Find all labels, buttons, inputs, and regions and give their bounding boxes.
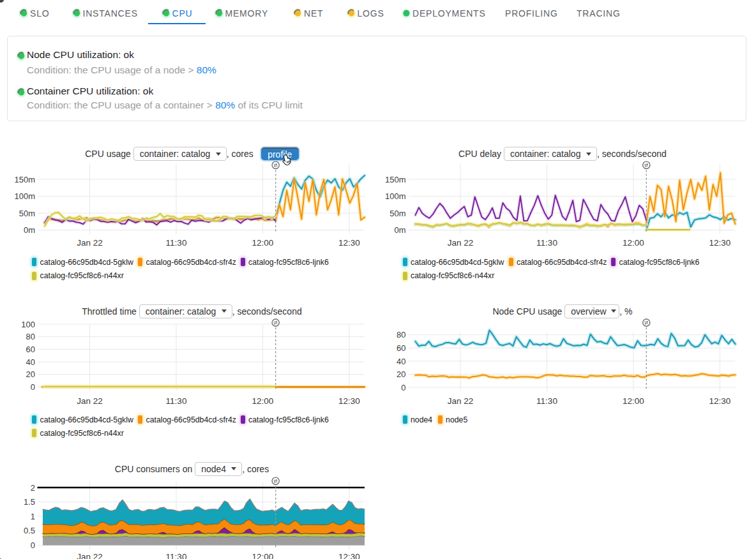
svg-text:60: 60 bbox=[26, 345, 35, 354]
svg-text:12:00: 12:00 bbox=[252, 396, 274, 406]
svg-text:150m: 150m bbox=[385, 175, 406, 184]
svg-text:12:00: 12:00 bbox=[623, 396, 644, 406]
svg-text:40: 40 bbox=[26, 357, 35, 367]
svg-text:0: 0 bbox=[31, 540, 35, 550]
svg-text:100: 100 bbox=[21, 320, 35, 329]
svg-text:20: 20 bbox=[26, 369, 35, 379]
svg-text:1.5: 1.5 bbox=[24, 497, 35, 507]
svg-text:11:30: 11:30 bbox=[166, 396, 187, 406]
svg-text:12:30: 12:30 bbox=[338, 396, 360, 406]
svg-text:0m: 0m bbox=[394, 225, 405, 235]
svg-text:2: 2 bbox=[31, 483, 35, 493]
svg-text:11:30: 11:30 bbox=[166, 552, 187, 559]
svg-text:11:30: 11:30 bbox=[536, 396, 557, 406]
svg-text:12:30: 12:30 bbox=[338, 552, 360, 559]
svg-text:0.5: 0.5 bbox=[24, 526, 35, 535]
svg-text:12:30: 12:30 bbox=[709, 396, 731, 406]
svg-text:Jan 22: Jan 22 bbox=[77, 552, 103, 559]
svg-text:0: 0 bbox=[401, 383, 405, 392]
svg-text:80: 80 bbox=[26, 332, 35, 341]
svg-text:100m: 100m bbox=[385, 191, 406, 201]
svg-text:Jan 22: Jan 22 bbox=[448, 238, 474, 248]
svg-text:12:00: 12:00 bbox=[252, 552, 274, 559]
svg-text:100m: 100m bbox=[14, 191, 35, 201]
svg-text:Jan 22: Jan 22 bbox=[77, 396, 103, 406]
svg-text:11:30: 11:30 bbox=[166, 238, 187, 248]
svg-text:0: 0 bbox=[31, 382, 35, 392]
svg-text:12:30: 12:30 bbox=[709, 238, 731, 248]
svg-text:60: 60 bbox=[397, 343, 405, 353]
svg-text:80: 80 bbox=[397, 330, 405, 339]
svg-text:12:00: 12:00 bbox=[252, 238, 274, 248]
svg-text:50m: 50m bbox=[389, 209, 405, 218]
svg-text:Jan 22: Jan 22 bbox=[77, 238, 103, 248]
svg-text:0m: 0m bbox=[24, 225, 35, 235]
svg-text:11:30: 11:30 bbox=[536, 238, 557, 248]
svg-text:Jan 22: Jan 22 bbox=[448, 396, 474, 406]
svg-text:150m: 150m bbox=[14, 175, 35, 184]
svg-text:12:30: 12:30 bbox=[338, 238, 360, 248]
svg-text:50m: 50m bbox=[19, 209, 35, 218]
svg-text:12:00: 12:00 bbox=[623, 238, 644, 248]
svg-text:1: 1 bbox=[31, 512, 35, 521]
svg-text:40: 40 bbox=[397, 357, 405, 366]
svg-text:20: 20 bbox=[397, 369, 405, 379]
